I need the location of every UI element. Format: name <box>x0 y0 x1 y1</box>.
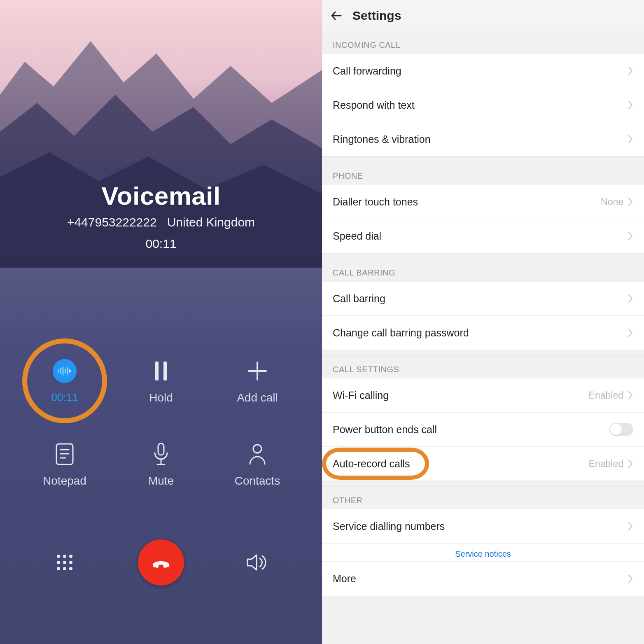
svg-point-26 <box>63 567 66 570</box>
settings-header: Settings <box>322 0 644 31</box>
call-region: United Kingdom <box>167 215 255 229</box>
call-number: +447953222222 <box>67 215 157 229</box>
row-value: Enabled <box>589 390 623 401</box>
hold-button[interactable]: Hold <box>113 358 209 404</box>
chevron-right-icon <box>628 328 633 338</box>
chevron-right-icon <box>628 197 633 207</box>
row-label: Call barring <box>333 293 385 305</box>
chevron-right-icon <box>628 66 633 76</box>
chevron-right-icon <box>628 100 633 110</box>
row-speed-dial[interactable]: Speed dial <box>322 219 644 253</box>
svg-point-21 <box>69 555 72 558</box>
call-duration: 00:11 <box>0 237 322 251</box>
svg-point-23 <box>63 561 66 564</box>
record-timer: 00:11 <box>51 391 78 404</box>
svg-rect-7 <box>155 362 159 380</box>
row-dialler-touch-tones[interactable]: Dialler touch tones None <box>322 185 644 219</box>
chevron-right-icon <box>628 574 633 584</box>
row-service-dialling-numbers[interactable]: Service dialling numbers <box>322 509 644 544</box>
svg-point-25 <box>57 567 60 570</box>
svg-rect-8 <box>163 362 167 380</box>
phone-hangup-icon <box>149 551 173 574</box>
section-header-call-settings: CALL SETTINGS <box>322 356 644 378</box>
chevron-right-icon <box>628 521 633 531</box>
svg-point-24 <box>69 561 72 564</box>
row-label: Respond with text <box>333 99 415 111</box>
settings-screen: Settings INCOMING CALL Call forwarding R… <box>322 0 644 644</box>
call-title: Voicemail <box>0 181 322 210</box>
add-call-button[interactable]: Add call <box>209 358 306 404</box>
chevron-right-icon <box>628 231 633 241</box>
record-button[interactable]: 00:11 <box>16 358 113 404</box>
row-label: Wi-Fi calling <box>333 390 389 401</box>
mute-button[interactable]: Mute <box>113 441 209 488</box>
call-bottom-row <box>0 539 322 586</box>
chevron-right-icon <box>628 294 633 303</box>
microphone-icon <box>148 441 174 467</box>
record-icon <box>53 359 77 383</box>
pause-icon <box>148 358 174 384</box>
notepad-label: Notepad <box>43 474 86 488</box>
speaker-icon <box>246 553 269 572</box>
contacts-button[interactable]: Contacts <box>209 441 306 488</box>
chevron-right-icon <box>628 390 633 400</box>
section-header-call-barring: CALL BARRING <box>322 259 644 282</box>
call-info: Voicemail +447953222222 United Kingdom 0… <box>0 181 322 251</box>
row-ringtones-vibration[interactable]: Ringtones & vibration <box>322 122 644 156</box>
back-button[interactable] <box>329 9 343 23</box>
svg-rect-15 <box>158 443 164 455</box>
row-call-forwarding[interactable]: Call forwarding <box>322 54 644 88</box>
row-auto-record-calls[interactable]: Auto-record calls Enabled <box>322 447 644 481</box>
notepad-button[interactable]: Notepad <box>16 441 113 488</box>
row-value: None <box>601 196 623 208</box>
row-call-barring[interactable]: Call barring <box>322 282 644 316</box>
svg-point-20 <box>63 555 66 558</box>
row-label: Dialler touch tones <box>333 196 418 208</box>
contacts-label: Contacts <box>235 474 280 488</box>
mute-label: Mute <box>148 474 174 488</box>
svg-point-22 <box>57 561 60 564</box>
call-screen: Voicemail +447953222222 United Kingdom 0… <box>0 0 322 644</box>
row-label: Ringtones & vibration <box>333 133 431 145</box>
row-value: Enabled <box>589 458 623 469</box>
svg-point-19 <box>57 555 60 558</box>
row-label: Speed dial <box>333 230 381 242</box>
chevron-right-icon <box>628 134 633 144</box>
row-label: Power button ends call <box>333 424 437 436</box>
add-call-label: Add call <box>237 391 278 404</box>
service-notices-link[interactable]: Service notices <box>322 544 644 562</box>
person-icon <box>245 441 270 467</box>
call-controls-grid: 00:11 Hold Add call <box>0 358 322 488</box>
notepad-icon <box>52 441 77 467</box>
section-header-other: OTHER <box>322 487 644 509</box>
chevron-right-icon <box>628 459 633 469</box>
row-power-button-ends-call[interactable]: Power button ends call <box>322 413 644 447</box>
row-label: Change call barring password <box>333 327 469 339</box>
row-more[interactable]: More <box>322 562 644 596</box>
settings-title: Settings <box>352 9 401 23</box>
row-label: Auto-record calls <box>333 458 410 470</box>
row-respond-with-text[interactable]: Respond with text <box>322 88 644 122</box>
svg-point-18 <box>253 445 261 453</box>
call-subtitle: +447953222222 United Kingdom <box>0 215 322 229</box>
row-wifi-calling[interactable]: Wi-Fi calling Enabled <box>322 378 644 413</box>
row-label: More <box>333 573 356 585</box>
speaker-button[interactable] <box>246 553 269 572</box>
section-header-incoming-call: INCOMING CALL <box>322 31 644 54</box>
row-change-call-barring-password[interactable]: Change call barring password <box>322 316 644 350</box>
end-call-button[interactable] <box>138 539 184 586</box>
dialpad-icon <box>54 552 75 573</box>
plus-icon <box>245 358 270 384</box>
dialpad-button[interactable] <box>54 552 75 573</box>
hold-label: Hold <box>149 391 173 404</box>
arrow-left-icon <box>329 9 343 23</box>
row-label: Service dialling numbers <box>333 520 445 532</box>
section-header-phone: PHONE <box>322 162 644 185</box>
row-label: Call forwarding <box>333 65 401 77</box>
svg-point-27 <box>69 567 72 570</box>
toggle-switch[interactable] <box>609 423 633 436</box>
